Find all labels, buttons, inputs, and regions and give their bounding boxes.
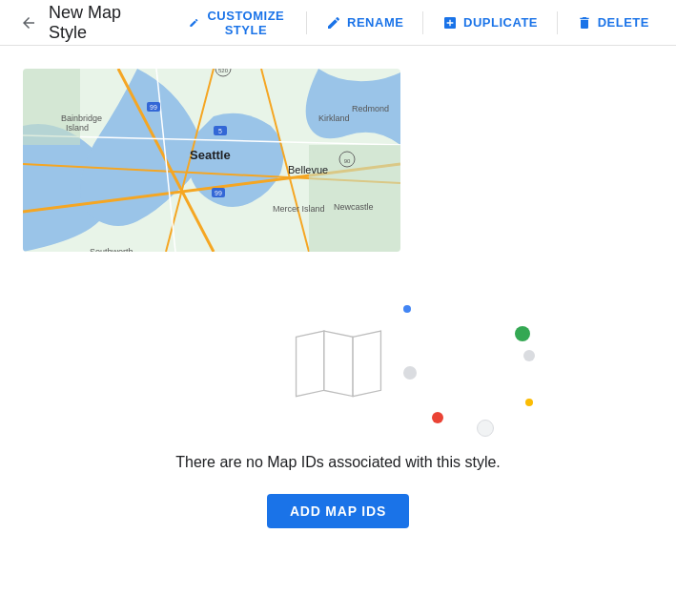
- delete-label: DELETE: [598, 15, 649, 30]
- back-button[interactable]: [15, 8, 41, 38]
- svg-text:520: 520: [218, 69, 229, 73]
- divider-1: [306, 11, 307, 34]
- main-content: Bainbridge Island Seattle Bellevue Merce…: [0, 46, 676, 551]
- dot-red: [432, 412, 443, 423]
- map-icon-container: [262, 298, 415, 431]
- svg-text:Bellevue: Bellevue: [288, 164, 328, 175]
- customize-icon: [189, 15, 199, 31]
- svg-text:99: 99: [215, 190, 222, 196]
- duplicate-button[interactable]: DUPLICATE: [431, 10, 549, 36]
- dot-gray-2: [523, 350, 535, 361]
- map-preview: Bainbridge Island Seattle Bellevue Merce…: [23, 69, 400, 252]
- rename-label: RENAME: [347, 15, 403, 30]
- divider-3: [557, 11, 558, 34]
- customize-style-button[interactable]: CUSTOMIZE STYLE: [177, 3, 299, 43]
- duplicate-icon: [442, 15, 458, 31]
- header: New Map Style CUSTOMIZE STYLE RENAME DUP…: [0, 0, 676, 46]
- dot-green: [515, 326, 530, 341]
- svg-text:Redmond: Redmond: [352, 104, 389, 113]
- svg-text:Newcastle: Newcastle: [334, 202, 374, 212]
- empty-state: There are no Map IDs associated with thi…: [23, 282, 653, 528]
- page-title: New Map Style: [49, 3, 147, 43]
- svg-text:Bainbridge: Bainbridge: [61, 113, 102, 123]
- delete-button[interactable]: DELETE: [565, 10, 661, 36]
- dot-yellow: [525, 399, 533, 406]
- svg-text:Kirkland: Kirkland: [318, 113, 350, 123]
- rename-button[interactable]: RENAME: [315, 10, 415, 36]
- customize-style-label: CUSTOMIZE STYLE: [204, 9, 287, 37]
- svg-text:5: 5: [218, 128, 222, 134]
- svg-text:Seattle: Seattle: [190, 148, 231, 162]
- divider-2: [422, 11, 423, 34]
- dot-gray-1: [403, 366, 417, 380]
- add-map-ids-button[interactable]: ADD MAP IDS: [267, 494, 409, 528]
- header-actions: CUSTOMIZE STYLE RENAME DUPLICATE DELETE: [177, 3, 661, 43]
- svg-text:90: 90: [344, 158, 351, 164]
- svg-rect-8: [23, 69, 80, 145]
- duplicate-label: DUPLICATE: [463, 15, 538, 30]
- svg-text:99: 99: [150, 104, 157, 111]
- svg-text:Southworth: Southworth: [90, 247, 133, 252]
- delete-icon: [577, 15, 592, 31]
- map-fold-icon: [291, 324, 386, 404]
- dot-blue: [403, 305, 411, 313]
- svg-text:Mercer Island: Mercer Island: [273, 204, 325, 214]
- empty-message: There are no Map IDs associated with thi…: [175, 454, 501, 471]
- rename-icon: [326, 15, 341, 31]
- dot-white: [477, 420, 494, 437]
- svg-text:Island: Island: [66, 123, 89, 133]
